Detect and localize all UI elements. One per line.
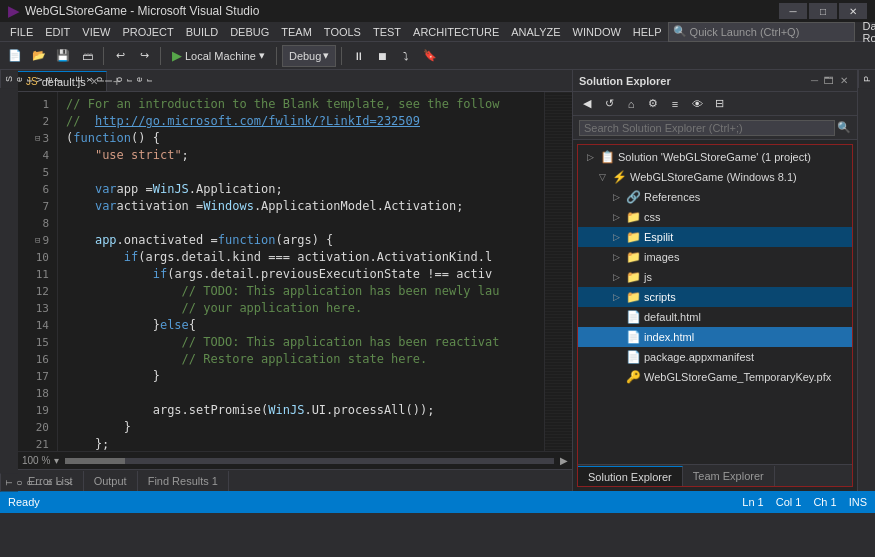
tree-images[interactable]: ▷ 📁 images [578,247,852,267]
se-preview-button[interactable]: 👁 [687,95,707,113]
manifest-label: package.appxmanifest [644,351,754,363]
tree-css[interactable]: ▷ 📁 css [578,207,852,227]
menu-edit[interactable]: EDIT [39,22,76,41]
new-project-button[interactable]: 📄 [4,45,26,67]
default-html-label: default.html [644,311,701,323]
se-refresh-button[interactable]: ↺ [599,95,619,113]
step-over-button[interactable]: ⤵ [395,45,417,67]
tree-solution[interactable]: ▷ 📋 Solution 'WebGLStoreGame' (1 project… [578,147,852,167]
menu-debug[interactable]: DEBUG [224,22,275,41]
debug-label: Debug [289,50,321,62]
code-line-10: if (args.detail.kind === activation.Acti… [66,249,544,266]
tree-references[interactable]: ▷ 🔗 References [578,187,852,207]
mini-map [544,92,572,451]
editor-bottom-bar: 100 % ▾ ▶ [18,451,572,469]
stop-button[interactable]: ⏹ [371,45,393,67]
toolbar-separator-3 [276,47,277,65]
solution-explorer-bottom-tab[interactable]: Solution Explorer [578,466,683,486]
manifest-expand-icon [610,352,622,362]
tree-scripts[interactable]: ▷ 📁 scripts [578,287,852,307]
tree-temp-key[interactable]: 🔑 WebGLStoreGame_TemporaryKey.pfx [578,367,852,387]
menu-test[interactable]: TEST [367,22,407,41]
save-button[interactable]: 💾 [52,45,74,67]
menu-file[interactable]: FILE [4,22,39,41]
menu-build[interactable]: BUILD [180,22,224,41]
save-all-button[interactable]: 🗃 [76,45,98,67]
code-line-8 [66,215,544,232]
se-collapse-button[interactable]: ⊟ [709,95,729,113]
toolbox-tab[interactable]: Toolbox [0,474,18,492]
find-results-tab[interactable]: Find Results 1 [138,471,229,491]
se-settings-button[interactable]: ≡ [665,95,685,113]
menu-team[interactable]: TEAM [275,22,318,41]
minimize-button[interactable]: ─ [779,3,807,19]
close-button[interactable]: ✕ [839,3,867,19]
menu-view[interactable]: VIEW [76,22,116,41]
tree-default-html[interactable]: 📄 default.html [578,307,852,327]
play-icon: ▶ [172,48,182,63]
scroll-right-icon[interactable]: ▶ [560,455,568,466]
redo-button[interactable]: ↪ [133,45,155,67]
js-folder-icon: 📁 [625,270,641,284]
bookmark-button[interactable]: 🔖 [419,45,441,67]
scripts-label: scripts [644,291,676,303]
menu-window[interactable]: WINDOW [567,22,627,41]
team-explorer-bottom-tab[interactable]: Team Explorer [683,466,775,486]
title-bar: ▶ WebGLStoreGame - Microsoft Visual Stud… [0,0,875,22]
se-dock-button[interactable]: 🗔 [821,75,837,86]
code-editor[interactable]: 1 2 ⊟ 3 4 5 6 7 8 ⊟ 9 10 11 12 13 14 15 … [18,92,572,451]
se-filter-button[interactable]: ⚙ [643,95,663,113]
code-line-12: // TODO: This application has been newly… [66,283,544,300]
user-name: David Rousset [855,20,875,44]
status-right: Ln 1 Col 1 Ch 1 INS [742,496,867,508]
se-close-button[interactable]: ✕ [837,75,851,86]
editor-area: JS default.js ✕ + 1 2 ⊟ 3 4 5 6 7 8 ⊟ 9 … [18,70,572,491]
se-bottom-tabs: Solution Explorer Team Explorer [578,464,852,486]
code-line-14: } else { [66,317,544,334]
menu-analyze[interactable]: ANALYZE [505,22,566,41]
solution-expand-icon: ▷ [584,152,596,162]
menu-architecture[interactable]: ARCHITECTURE [407,22,505,41]
undo-button[interactable]: ↩ [109,45,131,67]
se-search-input[interactable] [579,120,835,136]
menu-help[interactable]: HELP [627,22,668,41]
quick-launch-input[interactable] [690,26,850,38]
tree-espilit[interactable]: ▷ 📁 Espilit [578,227,852,247]
project-expand-icon: ▽ [596,172,608,182]
output-tab[interactable]: Output [84,471,138,491]
project-icon: ⚡ [611,170,627,184]
zoom-dropdown-icon[interactable]: ▾ [54,455,59,466]
index-html-expand-icon [610,332,622,342]
zoom-label[interactable]: 100 % [22,455,50,466]
se-title-label: Solution Explorer [579,75,808,87]
code-line-17: } [66,368,544,385]
run-button[interactable]: ▶ Local Machine ▾ [166,45,271,67]
js-expand-icon: ▷ [610,272,622,282]
tree-package-manifest[interactable]: 📄 package.appxmanifest [578,347,852,367]
menu-project[interactable]: PROJECT [116,22,179,41]
horizontal-scrollbar[interactable] [65,458,554,464]
debug-dropdown[interactable]: Debug ▾ [282,45,336,67]
server-explorer-tab[interactable]: ServerExplorer [0,70,18,88]
tempkey-label: WebGLStoreGame_TemporaryKey.pfx [644,371,831,383]
maximize-button[interactable]: □ [809,3,837,19]
pause-button[interactable]: ⏸ [347,45,369,67]
se-tree-box: ▷ 📋 Solution 'WebGLStoreGame' (1 project… [577,144,853,487]
properties-tab[interactable]: Properties [858,70,875,88]
menu-tools[interactable]: TOOLS [318,22,367,41]
tree-project[interactable]: ▽ ⚡ WebGLStoreGame (Windows 8.1) [578,167,852,187]
code-line-7: var activation = Windows.ApplicationMode… [66,198,544,215]
code-content[interactable]: // For an introduction to the Blank temp… [58,92,544,451]
se-home-button[interactable]: ⌂ [621,95,641,113]
code-line-5 [66,164,544,181]
tree-js[interactable]: ▷ 📁 js [578,267,852,287]
se-back-button[interactable]: ◀ [577,95,597,113]
se-pin-button[interactable]: ─ [808,75,821,86]
search-icon: 🔍 [673,25,687,38]
se-search[interactable]: 🔍 [573,116,857,140]
open-button[interactable]: 📂 [28,45,50,67]
quick-launch[interactable]: 🔍 [668,22,855,42]
toolbar-separator-4 [341,47,342,65]
title-text: WebGLStoreGame - Microsoft Visual Studio [25,4,773,18]
tree-index-html[interactable]: 📄 index.html [578,327,852,347]
